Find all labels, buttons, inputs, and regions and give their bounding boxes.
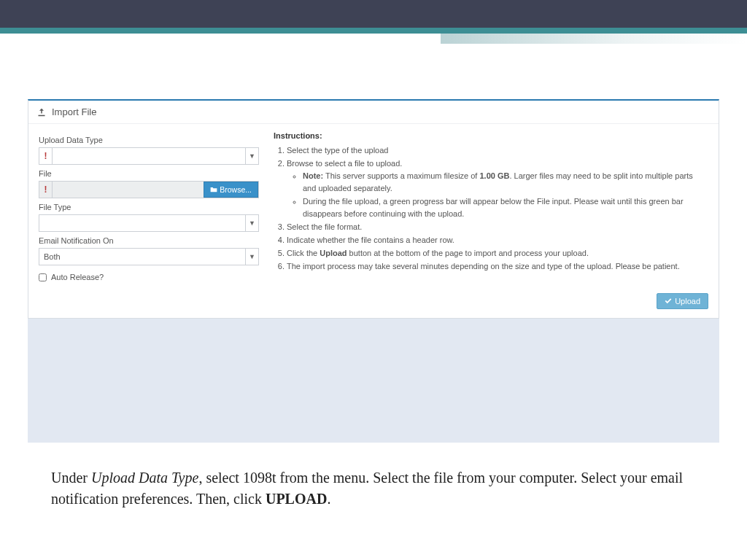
check-icon (665, 298, 672, 305)
chevron-down-icon: ▼ (245, 249, 258, 265)
instruction-item: The import process may take several minu… (287, 260, 708, 273)
upload-data-type-select[interactable]: ! ▼ (39, 147, 259, 165)
accent-bar (0, 28, 747, 34)
email-notification-select[interactable]: Both ▼ (39, 248, 259, 265)
instruction-text: Click the (287, 249, 320, 257)
folder-open-icon (210, 186, 217, 193)
note-text: This server supports a maximum filesize … (323, 171, 479, 180)
file-input[interactable]: ! Browse... (39, 181, 259, 198)
instruction-text: button at the bottom of the page to impo… (347, 249, 589, 257)
instruction-item: Select the type of the upload (287, 144, 708, 157)
form-column: Upload Data Type ! ▼ File ! Browse... Fi… (39, 131, 259, 281)
email-notification-value: Both (39, 252, 65, 261)
label-upload-data-type: Upload Data Type (39, 136, 259, 144)
browse-button[interactable]: Browse... (204, 182, 258, 198)
caption-text: Under Upload Data Type, select 1098t fro… (0, 443, 747, 510)
upload-button[interactable]: Upload (657, 293, 708, 309)
caption-strong: UPLOAD (266, 491, 327, 507)
label-file: File (39, 169, 259, 178)
bottom-spacer (28, 319, 719, 443)
instructions-column: Instructions: Select the type of the upl… (259, 131, 708, 281)
caption-em: Upload Data Type (91, 470, 198, 486)
instruction-item: Select the file format. (287, 221, 708, 233)
instruction-note: Note: This server supports a maximum fil… (303, 170, 708, 195)
required-icon: ! (39, 182, 53, 198)
chevron-down-icon: ▼ (245, 148, 258, 164)
file-type-select[interactable]: ▼ (39, 214, 259, 232)
topbar (0, 0, 747, 28)
instructions-heading: Instructions: (274, 131, 708, 140)
note-filesize: 1.00 GB (479, 171, 509, 180)
instruction-text: Browse to select a file to upload. (287, 159, 402, 168)
upload-button-label: Upload (675, 297, 700, 306)
label-file-type: File Type (39, 203, 259, 211)
chevron-down-icon: ▼ (245, 215, 258, 231)
label-auto-release: Auto Release? (51, 273, 104, 281)
caption-fragment: Under (51, 470, 91, 486)
browse-label: Browse... (220, 185, 252, 194)
instructions-list: Select the type of the upload Browse to … (274, 144, 708, 273)
instruction-item: Click the Upload button at the bottom of… (287, 247, 708, 260)
upload-icon (37, 108, 46, 117)
caption-fragment: . (327, 491, 330, 507)
panel-title: Import File (52, 106, 96, 117)
required-icon: ! (39, 148, 53, 164)
page-wrap: Import File Upload Data Type ! ▼ File ! … (0, 34, 747, 443)
note-label: Note: (303, 171, 323, 180)
instruction-bold: Upload (320, 249, 347, 257)
instruction-item: Indicate whether the file contains a hea… (287, 234, 708, 246)
instruction-sublist: Note: This server supports a maximum fil… (287, 170, 708, 220)
instruction-note: During the file upload, a green progress… (303, 195, 708, 220)
instruction-item: Browse to select a file to upload. Note:… (287, 158, 708, 220)
panel-header: Import File (28, 101, 719, 124)
auto-release-checkbox[interactable] (39, 273, 47, 281)
label-email-notification: Email Notification On (39, 236, 259, 245)
import-file-panel: Import File Upload Data Type ! ▼ File ! … (28, 99, 719, 319)
